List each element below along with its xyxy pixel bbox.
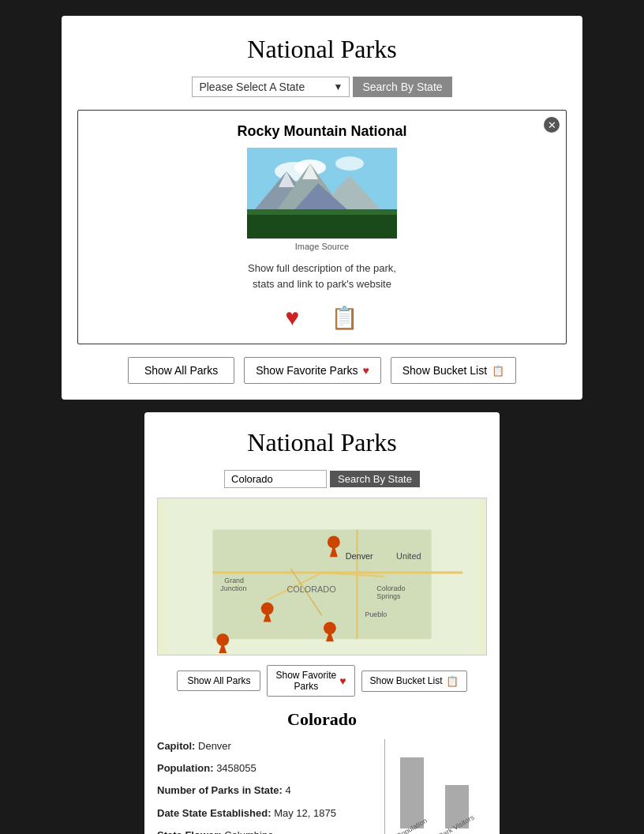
search-by-state-button-2[interactable]: Search By State [330, 471, 420, 487]
park-image-svg [247, 148, 397, 239]
state-select[interactable]: Please Select A State ▼ [192, 77, 350, 97]
panel-1: National Parks Please Select A State ▼ S… [62, 16, 582, 400]
flower-label: State Flower: [157, 829, 222, 834]
image-source-label: Image Source [295, 242, 349, 251]
svg-text:Grand: Grand [224, 577, 244, 584]
show-all-parks-button[interactable]: Show All Parks [128, 357, 234, 384]
flower-row: State Flower: Columbine [157, 828, 372, 834]
colorado-map: Denver United Grand Junction COLORADO Co… [157, 498, 487, 656]
state-info-title: Colorado [157, 709, 487, 730]
show-favorite-parks-button[interactable]: Show Favorite Parks ♥ [244, 357, 380, 384]
park-card-title: Rocky Mountain National [91, 123, 553, 140]
svg-point-28 [328, 536, 340, 549]
svg-text:Junction: Junction [220, 584, 246, 592]
park-description-line2: stats and link to park's website [253, 278, 391, 290]
show-bucket-list-button-2[interactable]: Show Bucket List 📋 [361, 671, 467, 692]
parks-value: 4 [286, 784, 291, 796]
bucket-list-icon: 📋 [492, 365, 504, 377]
park-image-container: Image Source [91, 148, 553, 251]
svg-point-30 [261, 603, 274, 615]
established-label: Date State Established: [157, 807, 271, 819]
svg-rect-11 [247, 215, 397, 239]
park-image [247, 148, 397, 239]
bottom-buttons-1: Show All Parks Show Favorite Parks ♥ Sho… [77, 357, 567, 384]
state-info-body: Capitol: Denver Population: 3458055 Numb… [157, 739, 487, 834]
parks-label: Number of Parks in State: [157, 784, 283, 796]
show-bucket-list-button[interactable]: Show Bucket List 📋 [391, 357, 516, 384]
svg-text:Springs: Springs [376, 592, 401, 600]
map-svg: Denver United Grand Junction COLORADO Co… [158, 498, 486, 655]
svg-point-3 [335, 156, 364, 171]
capital-row: Capitol: Denver [157, 739, 372, 753]
search-bar-2: Search By State [157, 470, 487, 488]
established-value: May 12, 1875 [274, 807, 336, 819]
svg-text:United: United [396, 551, 421, 561]
panel-1-title: National Parks [77, 35, 567, 64]
population-row: Population: 3458055 [157, 761, 372, 776]
flower-value: Columbine [224, 829, 273, 834]
svg-text:Colorado: Colorado [376, 584, 405, 592]
established-row: Date State Established: May 12, 1875 [157, 806, 372, 821]
bucket-list-icon-2: 📋 [446, 675, 459, 687]
panel-2: National Parks Search By State Denver Un… [144, 412, 500, 834]
park-actions: ♥ 📋 [91, 304, 553, 331]
capital-value: Denver [198, 740, 231, 752]
show-bucket-label: Show Bucket List [402, 364, 487, 377]
parks-row: Number of Parks in State: 4 [157, 783, 372, 798]
park-card: ✕ Rocky Mountain National [77, 110, 567, 344]
state-search-input[interactable] [224, 470, 327, 488]
park-description-line1: Show full description of the park, [248, 262, 396, 274]
search-bar-1: Please Select A State ▼ Search By State [77, 77, 567, 97]
show-bucket-label-2: Show Bucket List [370, 675, 443, 686]
capital-label: Capitol: [157, 740, 195, 752]
dropdown-arrow-icon: ▼ [334, 81, 343, 92]
bottom-buttons-2: Show All Parks Show FavoriteParks ♥ Show… [157, 665, 487, 697]
show-all-parks-button-2[interactable]: Show All Parks [177, 671, 260, 691]
favorite-heart-icon[interactable]: ♥ [286, 304, 300, 331]
svg-point-32 [324, 622, 336, 634]
state-info-text: Capitol: Denver Population: 3458055 Numb… [157, 739, 372, 834]
bar-1-wrap: Population [395, 757, 429, 834]
fav-heart-icon-2: ♥ [339, 674, 346, 687]
show-favorites-label: Show Favorite Parks [256, 364, 358, 377]
park-description: Show full description of the park, stats… [91, 261, 553, 291]
svg-point-34 [216, 633, 229, 646]
state-select-text: Please Select A State [199, 81, 333, 93]
favorites-heart-icon: ♥ [362, 364, 369, 377]
bar-2-wrap: Park Visitors [437, 785, 477, 834]
svg-text:Pueblo: Pueblo [365, 610, 387, 618]
bucket-list-clipboard-icon[interactable]: 📋 [331, 305, 358, 331]
search-by-state-button[interactable]: Search By State [353, 77, 451, 97]
population-label: Population: [157, 762, 214, 774]
show-fav-label-2: Show FavoriteParks [275, 670, 336, 692]
state-bar-chart: Population Park Visitors [384, 739, 487, 834]
park-card-close-button[interactable]: ✕ [544, 117, 560, 133]
panel-2-title: National Parks [157, 428, 487, 457]
show-favorite-parks-button-2[interactable]: Show FavoriteParks ♥ [267, 665, 354, 697]
svg-text:Denver: Denver [346, 551, 373, 561]
population-value: 3458055 [216, 762, 256, 774]
svg-text:COLORADO: COLORADO [286, 584, 335, 594]
